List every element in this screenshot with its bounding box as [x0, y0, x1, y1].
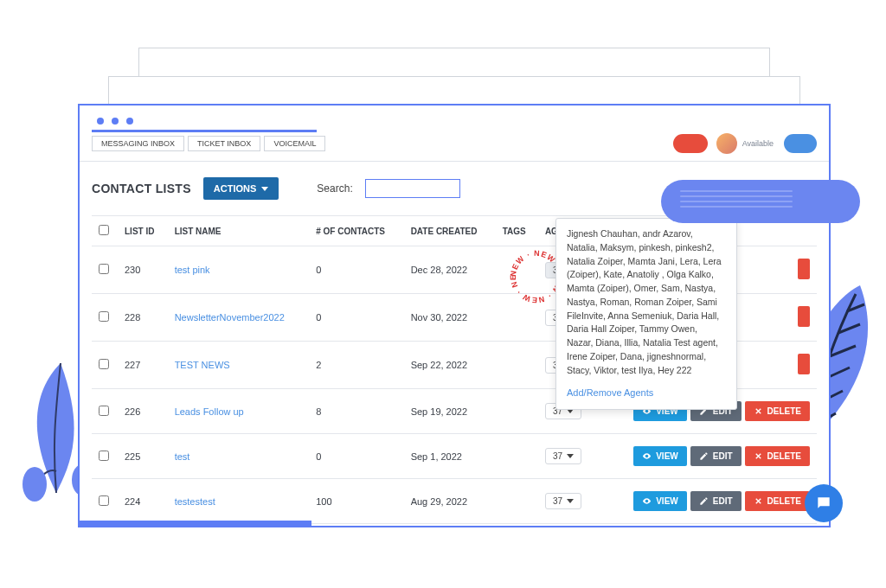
cell-list-name: test [168, 434, 310, 479]
pencil-icon [699, 496, 709, 506]
row-checkbox[interactable] [99, 264, 109, 274]
window-dot [97, 118, 104, 125]
cell-list-name: NewsletterNovember2022 [168, 294, 310, 342]
row-checkbox[interactable] [99, 359, 109, 369]
delete-button[interactable]: DELETE [745, 491, 810, 511]
agents-count: 37 [553, 496, 562, 506]
avatar[interactable] [716, 133, 737, 154]
window-dot [112, 118, 119, 125]
tab-messaging-inbox[interactable]: MESSAGING INBOX [92, 136, 184, 151]
col-tags[interactable]: TAGS [496, 216, 538, 246]
bottom-accent-bar [78, 521, 311, 526]
chat-icon [815, 495, 832, 512]
delete-button[interactable]: DELETE [745, 446, 810, 466]
x-icon [754, 451, 763, 461]
row-checkbox[interactable] [99, 495, 109, 506]
cell-date: Sep 22, 2022 [404, 342, 496, 389]
delete-button-edge[interactable] [798, 306, 810, 327]
agents-dropdown[interactable]: 37 [545, 448, 581, 464]
row-checkbox[interactable] [99, 406, 109, 416]
list-name-link[interactable]: test [175, 451, 190, 462]
edit-label: EDIT [713, 451, 733, 461]
cell-contacts: 2 [309, 342, 403, 389]
status-available: Available [742, 139, 774, 148]
row-checkbox[interactable] [99, 451, 109, 461]
edit-button[interactable]: EDIT [690, 446, 742, 466]
cell-agents: 37 [538, 434, 595, 479]
cell-tags [496, 389, 538, 434]
add-remove-agents-link[interactable]: Add/Remove Agents [567, 386, 726, 400]
cell-date: Dec 28, 2022 [404, 246, 496, 294]
cell-date: Nov 30, 2022 [404, 294, 496, 342]
page-title: CONTACT LISTS [92, 182, 191, 195]
cell-tags [496, 342, 538, 389]
view-button[interactable]: VIEW [633, 491, 687, 511]
cell-actions: VIEWEDITDELETE [595, 434, 817, 479]
x-icon [754, 406, 763, 416]
chevron-down-icon [567, 409, 574, 413]
col-date[interactable]: DATE CREATED [404, 216, 496, 246]
tab-ticket-inbox[interactable]: TICKET INBOX [188, 136, 260, 151]
cell-list-id: 228 [118, 294, 168, 342]
cell-list-id: 225 [118, 434, 168, 479]
view-label: VIEW [656, 496, 678, 506]
delete-label: DELETE [767, 496, 801, 506]
list-name-link[interactable]: test pink [175, 265, 210, 275]
cell-date: Aug 29, 2022 [404, 479, 496, 524]
table-row: 225test0Sep 1, 202237VIEWEDITDELETE [92, 434, 817, 479]
x-icon [754, 496, 763, 506]
chat-fab-button[interactable] [805, 484, 843, 522]
cell-tags [496, 479, 538, 524]
cell-list-name: Leads Follow up [168, 389, 310, 434]
window-dot [126, 118, 133, 125]
col-contacts[interactable]: # OF CONTACTS [309, 216, 403, 246]
list-name-link[interactable]: TEST NEWS [175, 360, 230, 370]
cell-list-name: TEST NEWS [168, 342, 310, 389]
red-pill-button[interactable] [673, 134, 708, 153]
cell-list-id: 227 [118, 342, 168, 389]
select-all-checkbox[interactable] [99, 225, 109, 235]
search-input[interactable] [365, 179, 460, 198]
agents-dropdown[interactable]: 37 [545, 493, 581, 509]
active-tab-indicator [92, 130, 317, 132]
cell-contacts: 100 [309, 479, 403, 524]
cell-contacts: 0 [309, 294, 403, 342]
decorative-bubble [661, 180, 860, 223]
pencil-icon [699, 451, 709, 461]
agents-popover: Jignesh Chauhan, andr Azarov, Natalia, M… [555, 218, 737, 410]
cell-date: Sep 19, 2022 [404, 389, 496, 434]
agents-popover-names: Jignesh Chauhan, andr Azarov, Natalia, M… [567, 227, 726, 377]
agents-count: 37 [553, 451, 562, 461]
list-name-link[interactable]: NewsletterNovember2022 [175, 312, 285, 323]
cell-agents: 37 [538, 479, 595, 524]
edit-label: EDIT [713, 496, 733, 506]
cell-list-name: testestest [168, 479, 310, 524]
tab-voicemail[interactable]: VOICEMAIL [264, 136, 325, 151]
cell-actions: VIEWEDITDELETE [595, 479, 817, 524]
delete-button[interactable]: DELETE [745, 401, 810, 421]
cell-contacts: 0 [309, 246, 403, 294]
view-button[interactable]: VIEW [633, 446, 687, 466]
chevron-down-icon [567, 454, 574, 458]
blue-pill-button[interactable] [784, 134, 817, 153]
actions-dropdown-button[interactable]: ACTIONS [203, 177, 279, 200]
delete-button-edge[interactable] [798, 259, 810, 279]
top-tab-bar: MESSAGING INBOX TICKET INBOX VOICEMAIL A… [80, 133, 829, 162]
edit-button[interactable]: EDIT [690, 491, 742, 511]
row-checkbox[interactable] [99, 311, 109, 322]
cell-list-id: 224 [118, 479, 168, 524]
cell-contacts: 8 [309, 389, 403, 434]
cell-list-id: 230 [118, 246, 168, 294]
delete-button-edge[interactable] [798, 354, 810, 374]
cell-tags [496, 434, 538, 479]
cell-date: Sep 1, 2022 [404, 434, 496, 479]
search-label: Search: [317, 182, 352, 195]
list-name-link[interactable]: testestest [175, 496, 215, 507]
col-list-name[interactable]: LIST NAME [168, 216, 310, 246]
cell-contacts: 0 [309, 434, 403, 479]
view-label: VIEW [656, 451, 678, 461]
list-name-link[interactable]: Leads Follow up [175, 406, 244, 417]
eye-icon [642, 496, 652, 506]
chevron-down-icon [567, 499, 574, 503]
col-list-id[interactable]: LIST ID [118, 216, 168, 246]
